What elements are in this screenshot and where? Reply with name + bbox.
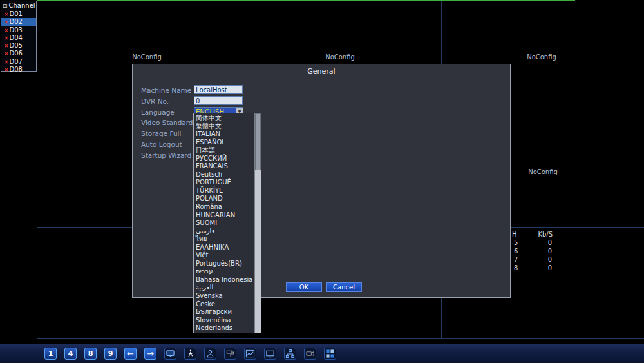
channel-item[interactable]: × D02	[1, 18, 36, 26]
dvr-no-input[interactable]	[194, 96, 243, 105]
language-option[interactable]: Svenska	[194, 292, 254, 300]
channel-item[interactable]: × D07	[1, 58, 36, 66]
offline-x-icon: ×	[4, 50, 9, 57]
language-option[interactable]: ไทย	[194, 235, 254, 244]
language-option[interactable]: TÜRKİYE	[194, 187, 254, 195]
channel-item-label: D02	[10, 18, 23, 26]
scrollbar[interactable]	[254, 113, 261, 333]
channel-panel-header: ⊞ Channel	[1, 1, 36, 10]
field-label: DVR No.	[141, 97, 169, 105]
field-label: Startup Wizard	[141, 152, 191, 159]
language-option[interactable]: ESPAÑOL	[194, 139, 254, 147]
view-eight-button[interactable]: 8	[84, 348, 97, 360]
language-options: 简体中文 繁體中文 ITALIAN ESPAÑOL 日本語 РУССКИЙ FR…	[194, 113, 254, 333]
language-option[interactable]: עברית	[194, 268, 254, 276]
channel-item-label: D08	[10, 66, 23, 74]
language-option[interactable]: 简体中文	[194, 114, 254, 123]
offline-x-icon: ×	[4, 10, 9, 18]
language-option[interactable]: Česke	[194, 300, 254, 309]
playback-monitor-button[interactable]	[164, 348, 176, 360]
channel-item-label: D07	[10, 58, 23, 66]
offline-x-icon: ×	[4, 66, 9, 74]
noconfig-label: NoConfig	[132, 54, 162, 61]
bitrate-channel: 7	[514, 255, 518, 264]
language-option[interactable]: POLAND	[194, 195, 254, 203]
language-option[interactable]: PORTUGUÊ	[194, 179, 254, 187]
scrollbar-thumb[interactable]	[255, 113, 261, 170]
bitrate-channel: 8	[514, 264, 518, 272]
language-option[interactable]: SUOMI	[194, 219, 254, 228]
language-option[interactable]: HUNGARIAN	[194, 211, 254, 220]
output-adjust-button[interactable]	[264, 348, 276, 360]
language-option[interactable]: Slovenčina	[194, 317, 254, 325]
network-button[interactable]	[284, 348, 296, 360]
language-option[interactable]: Български	[194, 308, 254, 317]
language-option[interactable]: Bahasa Indonesia	[194, 276, 254, 284]
bitrate-row: 8 0	[511, 264, 557, 272]
machine-name-input[interactable]	[194, 85, 243, 94]
general-settings-dialog: General Machine Name DVR No. Language EN…	[132, 64, 511, 298]
language-option[interactable]: Nederlands	[194, 324, 254, 333]
offline-x-icon: ×	[4, 34, 9, 42]
noconfig-label: NoConfig	[325, 54, 355, 61]
channel-item-label: D01	[10, 10, 23, 18]
language-option[interactable]: ΕΛΛΗΝΙΚΑ	[194, 244, 254, 252]
channel-item-label: D04	[10, 34, 23, 42]
camera-button[interactable]	[304, 348, 316, 360]
prev-page-button[interactable]: ←	[124, 348, 137, 360]
field-label: Language	[141, 108, 175, 116]
language-option[interactable]: РУССКИЙ	[194, 155, 254, 163]
user-button[interactable]	[204, 348, 216, 360]
language-option[interactable]: Việt	[194, 251, 254, 260]
next-page-button[interactable]: →	[144, 348, 156, 360]
language-option[interactable]: 繁體中文	[194, 123, 254, 131]
bitrate-value: 0	[548, 264, 552, 272]
channel-item[interactable]: × D06	[1, 50, 36, 57]
walking-person-icon	[185, 349, 195, 358]
language-option[interactable]: العربية	[194, 284, 254, 292]
bitrate-value: 0	[548, 247, 552, 255]
field-machine-name: Machine Name	[141, 86, 502, 96]
display-icon	[265, 349, 275, 358]
ok-button[interactable]: OK	[286, 282, 322, 292]
channel-panel-title: Channel	[9, 2, 35, 9]
channel-list: × D01 × D02 × D03 × D04	[1, 10, 36, 74]
dvr-main-screen: NoConfig NoConfig NoConfig NoConfig NoCo…	[0, 0, 644, 363]
multi-view-button[interactable]	[324, 348, 336, 360]
channel-item[interactable]: × D01	[1, 10, 36, 18]
field-label: Video Standard	[141, 119, 193, 126]
channel-panel: ⊞ Channel × D01 × D02 × D03	[1, 1, 37, 72]
channel-item[interactable]: × D03	[1, 26, 36, 34]
language-option[interactable]: 日本語	[194, 146, 254, 155]
cancel-button[interactable]: Cancel	[326, 282, 362, 292]
field-label: Storage Full	[141, 130, 181, 137]
language-option[interactable]: Deutsch	[194, 171, 254, 179]
channel-item[interactable]: × D04	[1, 34, 36, 42]
channel-item[interactable]: × D08	[1, 66, 36, 74]
ptz-walk-button[interactable]	[184, 348, 196, 360]
color-config-button[interactable]	[224, 348, 236, 360]
image-adjust-button[interactable]	[244, 348, 256, 360]
language-option[interactable]: Português(BR)	[194, 260, 254, 268]
channel-item-label: D05	[10, 42, 23, 50]
language-dropdown-list: 简体中文 繁體中文 ITALIAN ESPAÑOL 日本語 РУССКИЙ FR…	[193, 113, 261, 333]
view-nine-button[interactable]: 9	[104, 348, 117, 360]
view-quad-button[interactable]: 4	[64, 348, 77, 360]
taskbar-buttons: 1 4 8 9 ← →	[44, 348, 336, 360]
language-option[interactable]: Română	[194, 203, 254, 211]
taskbar: 1 4 8 9 ← →	[0, 344, 644, 363]
bitrate-table-header: H Kb/S	[511, 230, 557, 239]
language-option[interactable]: فارسي	[194, 228, 254, 236]
bitrate-row: 6 0	[511, 247, 557, 255]
language-option[interactable]: ITALIAN	[194, 130, 254, 139]
dialog-title: General	[133, 67, 510, 75]
bitrate-rows: 5 0 6 0 7 0 8 0	[511, 239, 557, 272]
user-icon	[205, 349, 215, 358]
channel-item[interactable]: × D05	[1, 42, 36, 50]
offline-x-icon: ×	[4, 26, 9, 34]
offline-x-icon: ×	[4, 58, 9, 66]
offline-x-icon: ×	[4, 42, 9, 50]
view-single-button[interactable]: 1	[44, 348, 57, 360]
language-option[interactable]: FRANCAIS	[194, 162, 254, 171]
field-label: Auto Logout	[141, 141, 182, 148]
